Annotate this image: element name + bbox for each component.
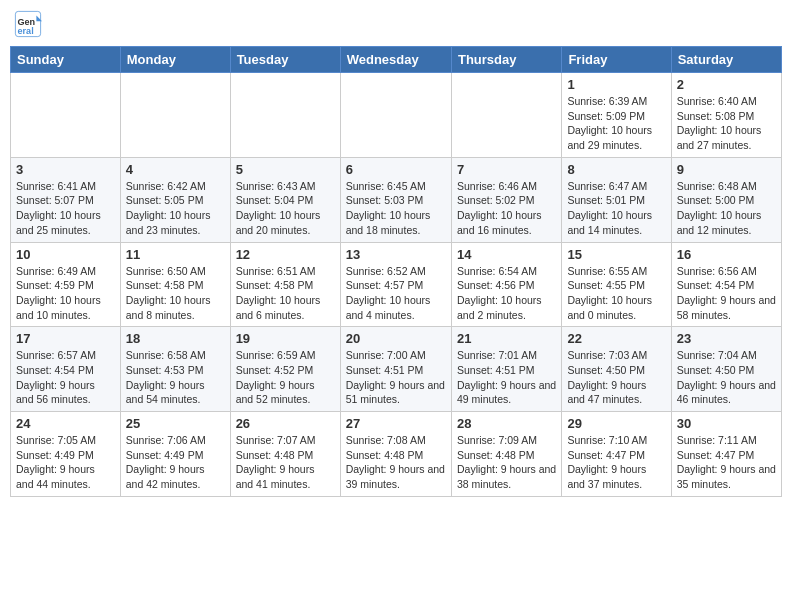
calendar-day-cell: 20Sunrise: 7:00 AM Sunset: 4:51 PM Dayli… xyxy=(340,327,451,412)
day-number: 23 xyxy=(677,331,776,346)
day-number: 29 xyxy=(567,416,665,431)
day-of-week-header: Monday xyxy=(120,47,230,73)
day-info: Sunrise: 7:10 AM Sunset: 4:47 PM Dayligh… xyxy=(567,433,665,492)
day-number: 13 xyxy=(346,247,446,262)
day-number: 27 xyxy=(346,416,446,431)
day-number: 2 xyxy=(677,77,776,92)
calendar-week-row: 24Sunrise: 7:05 AM Sunset: 4:49 PM Dayli… xyxy=(11,412,782,497)
day-number: 1 xyxy=(567,77,665,92)
day-number: 3 xyxy=(16,162,115,177)
calendar-day-cell: 10Sunrise: 6:49 AM Sunset: 4:59 PM Dayli… xyxy=(11,242,121,327)
day-info: Sunrise: 7:08 AM Sunset: 4:48 PM Dayligh… xyxy=(346,433,446,492)
day-info: Sunrise: 6:41 AM Sunset: 5:07 PM Dayligh… xyxy=(16,179,115,238)
day-info: Sunrise: 7:05 AM Sunset: 4:49 PM Dayligh… xyxy=(16,433,115,492)
calendar-week-row: 3Sunrise: 6:41 AM Sunset: 5:07 PM Daylig… xyxy=(11,157,782,242)
calendar-table: SundayMondayTuesdayWednesdayThursdayFrid… xyxy=(10,46,782,497)
calendar-day-cell: 21Sunrise: 7:01 AM Sunset: 4:51 PM Dayli… xyxy=(451,327,561,412)
day-info: Sunrise: 6:39 AM Sunset: 5:09 PM Dayligh… xyxy=(567,94,665,153)
day-number: 22 xyxy=(567,331,665,346)
day-of-week-header: Tuesday xyxy=(230,47,340,73)
day-of-week-header: Friday xyxy=(562,47,671,73)
calendar-day-cell: 13Sunrise: 6:52 AM Sunset: 4:57 PM Dayli… xyxy=(340,242,451,327)
calendar-day-cell: 2Sunrise: 6:40 AM Sunset: 5:08 PM Daylig… xyxy=(671,73,781,158)
day-number: 14 xyxy=(457,247,556,262)
calendar-day-cell: 19Sunrise: 6:59 AM Sunset: 4:52 PM Dayli… xyxy=(230,327,340,412)
day-number: 28 xyxy=(457,416,556,431)
calendar-week-row: 17Sunrise: 6:57 AM Sunset: 4:54 PM Dayli… xyxy=(11,327,782,412)
day-info: Sunrise: 6:51 AM Sunset: 4:58 PM Dayligh… xyxy=(236,264,335,323)
day-number: 8 xyxy=(567,162,665,177)
calendar-day-cell: 29Sunrise: 7:10 AM Sunset: 4:47 PM Dayli… xyxy=(562,412,671,497)
logo-icon: Gen eral xyxy=(14,10,42,38)
calendar-day-cell xyxy=(340,73,451,158)
day-number: 15 xyxy=(567,247,665,262)
calendar-day-cell: 6Sunrise: 6:45 AM Sunset: 5:03 PM Daylig… xyxy=(340,157,451,242)
day-info: Sunrise: 6:55 AM Sunset: 4:55 PM Dayligh… xyxy=(567,264,665,323)
day-number: 9 xyxy=(677,162,776,177)
calendar-day-cell: 24Sunrise: 7:05 AM Sunset: 4:49 PM Dayli… xyxy=(11,412,121,497)
calendar-day-cell: 5Sunrise: 6:43 AM Sunset: 5:04 PM Daylig… xyxy=(230,157,340,242)
calendar-day-cell: 1Sunrise: 6:39 AM Sunset: 5:09 PM Daylig… xyxy=(562,73,671,158)
calendar-day-cell: 17Sunrise: 6:57 AM Sunset: 4:54 PM Dayli… xyxy=(11,327,121,412)
day-info: Sunrise: 6:43 AM Sunset: 5:04 PM Dayligh… xyxy=(236,179,335,238)
day-number: 25 xyxy=(126,416,225,431)
calendar-week-row: 10Sunrise: 6:49 AM Sunset: 4:59 PM Dayli… xyxy=(11,242,782,327)
calendar-day-cell: 25Sunrise: 7:06 AM Sunset: 4:49 PM Dayli… xyxy=(120,412,230,497)
day-number: 19 xyxy=(236,331,335,346)
day-number: 20 xyxy=(346,331,446,346)
calendar-day-cell: 18Sunrise: 6:58 AM Sunset: 4:53 PM Dayli… xyxy=(120,327,230,412)
day-info: Sunrise: 7:00 AM Sunset: 4:51 PM Dayligh… xyxy=(346,348,446,407)
day-info: Sunrise: 7:11 AM Sunset: 4:47 PM Dayligh… xyxy=(677,433,776,492)
calendar-day-cell: 27Sunrise: 7:08 AM Sunset: 4:48 PM Dayli… xyxy=(340,412,451,497)
day-info: Sunrise: 7:06 AM Sunset: 4:49 PM Dayligh… xyxy=(126,433,225,492)
calendar-day-cell: 7Sunrise: 6:46 AM Sunset: 5:02 PM Daylig… xyxy=(451,157,561,242)
day-info: Sunrise: 7:07 AM Sunset: 4:48 PM Dayligh… xyxy=(236,433,335,492)
calendar-day-cell: 11Sunrise: 6:50 AM Sunset: 4:58 PM Dayli… xyxy=(120,242,230,327)
day-info: Sunrise: 6:42 AM Sunset: 5:05 PM Dayligh… xyxy=(126,179,225,238)
day-info: Sunrise: 6:56 AM Sunset: 4:54 PM Dayligh… xyxy=(677,264,776,323)
day-info: Sunrise: 6:48 AM Sunset: 5:00 PM Dayligh… xyxy=(677,179,776,238)
day-number: 6 xyxy=(346,162,446,177)
logo: Gen eral xyxy=(14,10,46,38)
day-info: Sunrise: 6:49 AM Sunset: 4:59 PM Dayligh… xyxy=(16,264,115,323)
calendar-day-cell: 22Sunrise: 7:03 AM Sunset: 4:50 PM Dayli… xyxy=(562,327,671,412)
calendar-day-cell: 4Sunrise: 6:42 AM Sunset: 5:05 PM Daylig… xyxy=(120,157,230,242)
day-number: 7 xyxy=(457,162,556,177)
day-info: Sunrise: 6:57 AM Sunset: 4:54 PM Dayligh… xyxy=(16,348,115,407)
day-info: Sunrise: 6:46 AM Sunset: 5:02 PM Dayligh… xyxy=(457,179,556,238)
day-number: 10 xyxy=(16,247,115,262)
day-number: 16 xyxy=(677,247,776,262)
day-info: Sunrise: 7:01 AM Sunset: 4:51 PM Dayligh… xyxy=(457,348,556,407)
day-number: 4 xyxy=(126,162,225,177)
day-of-week-header: Wednesday xyxy=(340,47,451,73)
day-number: 26 xyxy=(236,416,335,431)
calendar-day-cell: 9Sunrise: 6:48 AM Sunset: 5:00 PM Daylig… xyxy=(671,157,781,242)
day-number: 12 xyxy=(236,247,335,262)
day-info: Sunrise: 6:45 AM Sunset: 5:03 PM Dayligh… xyxy=(346,179,446,238)
day-number: 30 xyxy=(677,416,776,431)
calendar-day-cell: 8Sunrise: 6:47 AM Sunset: 5:01 PM Daylig… xyxy=(562,157,671,242)
calendar-day-cell xyxy=(120,73,230,158)
calendar-day-cell: 12Sunrise: 6:51 AM Sunset: 4:58 PM Dayli… xyxy=(230,242,340,327)
day-info: Sunrise: 6:40 AM Sunset: 5:08 PM Dayligh… xyxy=(677,94,776,153)
calendar-day-cell: 28Sunrise: 7:09 AM Sunset: 4:48 PM Dayli… xyxy=(451,412,561,497)
day-info: Sunrise: 6:54 AM Sunset: 4:56 PM Dayligh… xyxy=(457,264,556,323)
page-header: Gen eral xyxy=(10,10,782,38)
svg-text:eral: eral xyxy=(18,26,34,36)
calendar-header-row: SundayMondayTuesdayWednesdayThursdayFrid… xyxy=(11,47,782,73)
day-of-week-header: Saturday xyxy=(671,47,781,73)
calendar-day-cell: 23Sunrise: 7:04 AM Sunset: 4:50 PM Dayli… xyxy=(671,327,781,412)
day-info: Sunrise: 6:50 AM Sunset: 4:58 PM Dayligh… xyxy=(126,264,225,323)
day-of-week-header: Thursday xyxy=(451,47,561,73)
day-number: 11 xyxy=(126,247,225,262)
day-info: Sunrise: 7:04 AM Sunset: 4:50 PM Dayligh… xyxy=(677,348,776,407)
day-of-week-header: Sunday xyxy=(11,47,121,73)
day-info: Sunrise: 6:59 AM Sunset: 4:52 PM Dayligh… xyxy=(236,348,335,407)
calendar-day-cell: 3Sunrise: 6:41 AM Sunset: 5:07 PM Daylig… xyxy=(11,157,121,242)
day-number: 17 xyxy=(16,331,115,346)
calendar-day-cell: 30Sunrise: 7:11 AM Sunset: 4:47 PM Dayli… xyxy=(671,412,781,497)
day-info: Sunrise: 6:52 AM Sunset: 4:57 PM Dayligh… xyxy=(346,264,446,323)
calendar-day-cell: 14Sunrise: 6:54 AM Sunset: 4:56 PM Dayli… xyxy=(451,242,561,327)
calendar-day-cell: 26Sunrise: 7:07 AM Sunset: 4:48 PM Dayli… xyxy=(230,412,340,497)
day-info: Sunrise: 6:58 AM Sunset: 4:53 PM Dayligh… xyxy=(126,348,225,407)
